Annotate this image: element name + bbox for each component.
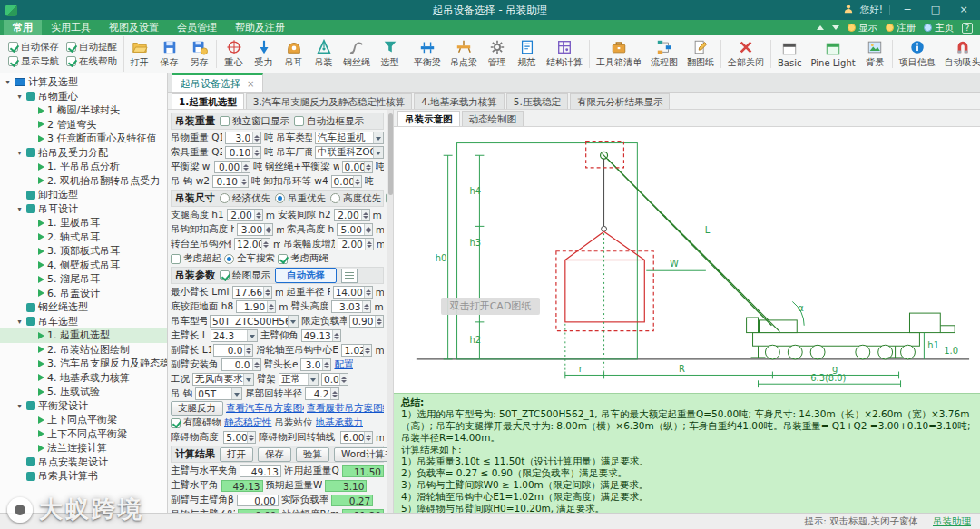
input-field[interactable]: 3.0	[225, 132, 261, 144]
select-field[interactable]: 正常	[279, 373, 318, 386]
menu-tab-0[interactable]: 常用	[4, 20, 42, 35]
sidebar-item[interactable]: 1. 里板吊耳	[0, 216, 167, 230]
sidebar-item[interactable]: 3 任意断面重心及特征值	[0, 132, 167, 146]
radio[interactable]: 经济优先	[220, 192, 270, 205]
input-field[interactable]: 0.0	[221, 358, 261, 371]
spin-down-icon[interactable]	[366, 438, 371, 441]
radio[interactable]: 全车搜索	[224, 252, 275, 265]
input-field[interactable]: 0.0	[321, 373, 348, 386]
spinner[interactable]	[362, 301, 370, 312]
input-field[interactable]: 2.00	[227, 209, 263, 221]
spinner[interactable]	[241, 162, 250, 172]
spin-up-icon[interactable]	[266, 227, 271, 230]
spin-down-icon[interactable]	[364, 308, 369, 310]
spin-up-icon[interactable]	[249, 435, 254, 437]
expander-icon[interactable]: ▾	[15, 149, 24, 157]
ribbon-selection-button[interactable]: 选型	[375, 36, 405, 72]
spin-down-icon[interactable]	[377, 322, 382, 325]
form-link[interactable]: 配置	[334, 358, 353, 371]
input-field[interactable]: 0.00	[342, 161, 373, 173]
select-field[interactable]: 24.3	[211, 329, 258, 342]
ribbon-structure-calc-button[interactable]: 结构计算	[542, 36, 587, 72]
grid-list-icon[interactable]	[341, 269, 358, 283]
spin-down-icon[interactable]	[367, 245, 372, 248]
select-field[interactable]: 05T	[195, 387, 242, 400]
spin-up-icon[interactable]	[366, 289, 371, 292]
input-field[interactable]: 14.00	[333, 286, 373, 299]
ribbon-theme-basic-button[interactable]: Basic	[773, 36, 806, 72]
sidebar-item[interactable]: 钢丝绳选型	[0, 300, 167, 315]
sidebar-item[interactable]: ▾吊耳设计	[0, 202, 167, 217]
ribbon-close-all-button[interactable]: 全部关闭	[723, 36, 769, 72]
input-field[interactable]: 1.90	[236, 300, 276, 313]
spin-down-icon[interactable]	[254, 366, 260, 368]
spinner[interactable]	[252, 147, 260, 158]
ribbon-background-button[interactable]: 背景	[860, 36, 890, 72]
expander-icon[interactable]: ▾	[15, 205, 24, 213]
form-button[interactable]: 验算	[296, 447, 329, 462]
spinner[interactable]	[252, 132, 260, 143]
sidebar-item[interactable]: 5. 压载试验	[0, 385, 167, 399]
maximize-button[interactable]: □	[925, 0, 946, 20]
checkbox[interactable]: 考虑超起	[171, 252, 221, 265]
sidebar-item[interactable]: ▾吊车选型	[0, 315, 167, 329]
spinner[interactable]	[364, 224, 372, 235]
select-field[interactable]: 无风向要求	[192, 373, 254, 386]
sidebar-item[interactable]: 卸扣选型	[0, 188, 167, 202]
sidebar-item[interactable]: 上下同点平衡梁	[0, 413, 167, 427]
spin-down-icon[interactable]	[254, 139, 260, 142]
form-link[interactable]: 地基承载力	[316, 416, 364, 429]
spin-up-icon[interactable]	[367, 241, 372, 244]
ribbon-center-of-gravity-button[interactable]: 重心	[219, 36, 249, 72]
help-icon[interactable]: ?	[962, 23, 973, 34]
input-field[interactable]: 3.03	[331, 300, 371, 313]
subtab-2[interactable]: 4.地基承载力核算	[414, 93, 505, 109]
menu-item-display[interactable]: 显示	[848, 22, 877, 34]
expand-ribbon-icon[interactable]	[832, 25, 839, 30]
sidebar-item[interactable]: 吊索具计算书	[0, 469, 167, 484]
sidebar-item[interactable]: 上下不同点平衡梁	[0, 427, 167, 442]
spinner[interactable]	[247, 432, 255, 443]
form-link[interactable]: 查看汽车吊方案图样	[226, 402, 304, 415]
checkbox[interactable]: 绘图显示	[220, 269, 270, 282]
quick-option-3[interactable]: 在线帮助	[66, 55, 117, 68]
ribbon-manage-button[interactable]: 管理	[482, 36, 512, 72]
minimize-button[interactable]: ─	[897, 0, 918, 20]
sidebar-item[interactable]: 5. 溜尾吊耳	[0, 272, 167, 287]
spin-up-icon[interactable]	[243, 164, 249, 167]
sidebar-item[interactable]: 法兰连接计算	[0, 441, 167, 456]
spin-down-icon[interactable]	[363, 216, 368, 219]
spin-down-icon[interactable]	[265, 293, 270, 296]
sidebar-item[interactable]: ▾吊物重心	[0, 90, 167, 104]
sidebar-item[interactable]: 1. 平吊吊点分析	[0, 160, 167, 174]
ribbon-lift-beam-button[interactable]: 吊点梁	[446, 36, 482, 72]
menu-tab-4[interactable]: 帮助及注册	[226, 20, 294, 35]
spinner[interactable]	[252, 359, 260, 370]
spin-down-icon[interactable]	[365, 351, 370, 354]
checkbox[interactable]: 独立窗口显示	[220, 115, 289, 128]
spinner[interactable]	[353, 176, 361, 187]
sidebar-item[interactable]: 2 管道弯头	[0, 118, 167, 132]
sidebar-item[interactable]: ▾抬吊及受力分配	[0, 146, 167, 161]
ribbon-lug-button[interactable]: 吊耳	[279, 36, 309, 72]
diagram-canvas[interactable]: h0h4h3h2h1rRgWLα1.06.3(8.0) 双击打开CAD图纸	[394, 127, 980, 393]
ribbon-force-button[interactable]: 受力	[249, 36, 279, 72]
spin-up-icon[interactable]	[265, 289, 270, 292]
form-button[interactable]: 自动选择	[275, 268, 337, 283]
sidebar-item[interactable]: 3. 顶部板式吊耳	[0, 244, 167, 259]
sidebar-item[interactable]: 6. 吊盖设计	[0, 287, 167, 301]
menu-tab-3[interactable]: 会员管理	[168, 20, 226, 35]
input-field[interactable]: 12.00	[234, 238, 270, 250]
expander-icon[interactable]: ▾	[15, 318, 24, 326]
spinner[interactable]	[263, 287, 271, 298]
select-field[interactable]: 50T_ZTC500H562	[210, 315, 299, 328]
menu-tab-2[interactable]: 视图及设置	[100, 20, 168, 35]
sidebar-item[interactable]: 2. 双机抬吊翻转吊点受力	[0, 174, 167, 189]
sidebar-item[interactable]: ▾计算及选型	[0, 75, 167, 90]
expander-icon[interactable]: ▾	[4, 78, 12, 86]
input-field[interactable]: 0.00	[214, 161, 250, 173]
spinner[interactable]	[330, 388, 338, 399]
spin-down-icon[interactable]	[334, 337, 339, 339]
sidebar-item[interactable]: 2. 吊装站位图绘制	[0, 343, 167, 358]
spin-down-icon[interactable]	[266, 230, 271, 233]
